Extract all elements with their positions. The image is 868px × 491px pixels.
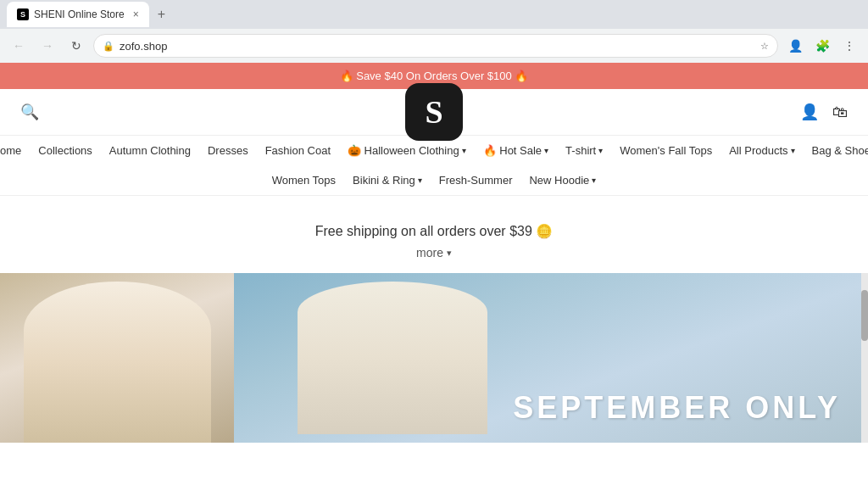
menu-icon[interactable]: ⋮	[837, 34, 861, 58]
hero-title: SEPTEMBER ONLY	[513, 390, 841, 426]
hero-left-image	[0, 273, 234, 443]
extension-icon[interactable]: 🧩	[810, 34, 834, 58]
star-icon[interactable]: ☆	[760, 41, 769, 52]
nav-item-collections[interactable]: Collections	[30, 136, 101, 165]
figure-left	[24, 282, 211, 443]
bag-icon[interactable]: 🛍	[832, 103, 848, 121]
bikini-arrow: ▾	[418, 176, 422, 185]
tab-favicon: S	[17, 8, 29, 20]
browser-toolbar: ← → ↻ 🔒 zofo.shop ☆ 👤 🧩 ⋮	[0, 29, 868, 63]
site-nav: Home Collections Autumn Clothing Dresses…	[0, 135, 868, 196]
more-link[interactable]: more ▾	[14, 246, 854, 259]
nav-item-new-hoodie[interactable]: New Hoodie ▾	[520, 165, 604, 195]
toolbar-icons: 👤 🧩 ⋮	[783, 34, 861, 58]
nav-item-womens-fall-tops[interactable]: Women's Fall Tops	[611, 136, 721, 165]
active-tab[interactable]: S SHENI Online Store ×	[7, 2, 149, 27]
halloween-arrow: ▾	[462, 146, 466, 155]
nav-item-all-products[interactable]: All Products ▾	[721, 136, 803, 165]
nav-item-dresses[interactable]: Dresses	[199, 136, 257, 165]
account-icon[interactable]: 👤	[783, 34, 807, 58]
lock-icon: 🔒	[103, 41, 114, 52]
nav-item-hot-sale[interactable]: 🔥 Hot Sale ▾	[475, 136, 557, 165]
forward-button[interactable]: →	[36, 34, 59, 58]
refresh-button[interactable]: ↻	[64, 34, 88, 58]
tab-bar: S SHENI Online Store × +	[0, 0, 868, 29]
tab-close-button[interactable]: ×	[133, 8, 139, 20]
site-header: 🔍 S 👤 🛍	[0, 89, 868, 135]
nav-item-fresh-summer[interactable]: Fresh-Summer	[431, 165, 521, 195]
hero-section: SEPTEMBER ONLY	[0, 273, 868, 443]
page-content: 🔥 Save $40 On Orders Over $100 🔥 🔍 S 👤 🛍…	[0, 63, 868, 443]
nav-item-home[interactable]: Home	[0, 136, 30, 165]
nav-item-bikini[interactable]: Bikini & Ring ▾	[344, 165, 431, 195]
address-bar[interactable]: 🔒 zofo.shop ☆	[93, 34, 778, 58]
nav-item-halloween[interactable]: 🎃 Halloween Clothing ▾	[339, 136, 475, 165]
scrollbar-track[interactable]	[861, 273, 868, 443]
shipping-emoji: 🪙	[536, 224, 553, 238]
site-logo[interactable]: S	[405, 83, 463, 141]
scrollbar-thumb[interactable]	[861, 290, 868, 341]
back-button[interactable]: ←	[7, 34, 31, 58]
nav-item-bag-shoes[interactable]: Bag & Shoes	[804, 136, 868, 165]
account-icon[interactable]: 👤	[800, 103, 819, 121]
promo-text: 🔥 Save $40 On Orders Over $100 🔥	[340, 70, 529, 82]
shipping-section: Free shipping on all orders over $39 🪙 m…	[0, 196, 868, 273]
search-icon[interactable]: 🔍	[20, 103, 39, 121]
hoodie-arrow: ▾	[592, 176, 596, 185]
tshirt-arrow: ▾	[598, 146, 603, 155]
nav-item-tshirt[interactable]: T-shirt ▾	[557, 136, 611, 165]
hero-right-panel: SEPTEMBER ONLY	[234, 273, 868, 443]
shipping-text: Free shipping on all orders over $39 🪙	[14, 223, 854, 239]
all-products-arrow: ▾	[791, 146, 795, 155]
hero-right-figure	[298, 282, 487, 434]
nav-row-2: Women Tops Bikini & Ring ▾ Fresh-Summer …	[14, 165, 854, 195]
browser-frame: S SHENI Online Store × + ← → ↻ 🔒 zofo.sh…	[0, 0, 868, 443]
new-tab-button[interactable]: +	[153, 5, 170, 24]
more-arrow-icon: ▾	[447, 248, 452, 259]
hero-left-panel	[0, 273, 234, 443]
tab-title: SHENI Online Store	[34, 8, 125, 20]
hot-sale-arrow: ▾	[544, 146, 548, 155]
header-icons: 👤 🛍	[800, 103, 848, 121]
address-text: zofo.shop	[120, 40, 755, 53]
nav-item-fashion-coat[interactable]: Fashion Coat	[257, 136, 339, 165]
nav-item-women-tops[interactable]: Women Tops	[264, 165, 344, 195]
nav-item-autumn[interactable]: Autumn Clothing	[101, 136, 199, 165]
